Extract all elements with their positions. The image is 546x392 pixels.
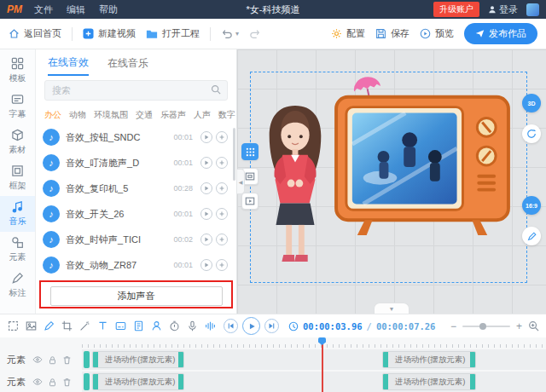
grid-apps-button[interactable] (241, 143, 258, 160)
sidebar-item-element[interactable]: 元素 (0, 232, 35, 268)
tv-graphic[interactable] (329, 77, 515, 239)
eye-icon[interactable] (32, 378, 43, 386)
sidebar-item-template[interactable]: 模板 (0, 53, 35, 89)
timeline-clip[interactable]: 进场动作(摆放元素) (92, 351, 184, 368)
track-lane[interactable]: 进场动作(摆放元素) 进场动作(摆放元素) (82, 372, 546, 392)
timeline-ruler[interactable] (82, 337, 546, 348)
undo-button[interactable]: ▾ (221, 29, 239, 39)
add-sound-button[interactable] (216, 259, 228, 271)
sound-item[interactable]: ♪ 音效_叮清脆声_D 00:01 (36, 150, 236, 176)
login-button[interactable]: 登录 (488, 3, 518, 16)
play-sound-button[interactable] (200, 157, 212, 169)
trash-icon[interactable] (62, 355, 72, 365)
image-icon[interactable] (25, 320, 38, 332)
play-sound-button[interactable] (200, 182, 212, 194)
search-input[interactable] (44, 80, 228, 101)
play-sound-button[interactable] (200, 131, 212, 143)
tab-online-music[interactable]: 在线音乐 (107, 50, 148, 75)
category-voice[interactable]: 人声 (194, 109, 211, 121)
timeline-clip[interactable]: 进场动作(摆放元素) (382, 351, 476, 368)
subtitle-icon[interactable] (114, 320, 127, 332)
menu-file[interactable]: 文件 (34, 3, 53, 16)
category-number[interactable]: 数字 (218, 109, 235, 121)
sidebar-item-material[interactable]: 素材 (0, 124, 35, 160)
lock-icon[interactable] (48, 355, 57, 365)
3d-mode-button[interactable]: 3D (522, 94, 541, 112)
add-voice-button[interactable]: 添加声音 (50, 286, 223, 306)
play-sound-button[interactable] (200, 259, 212, 271)
play-sound-button[interactable] (200, 208, 212, 220)
eye-icon[interactable] (32, 355, 43, 364)
add-sound-button[interactable] (216, 233, 228, 245)
timer-icon[interactable] (168, 320, 181, 332)
timeline-clip[interactable]: 进场动作(摆放元素) (92, 373, 184, 390)
zoom-slider[interactable] (462, 326, 510, 327)
tab-online-sound[interactable]: 在线音效 (48, 49, 89, 76)
sound-item[interactable]: ♪ 音效_复印机_5 00:28 (36, 176, 236, 201)
add-sound-button[interactable] (216, 208, 228, 220)
rotate-button[interactable] (522, 124, 541, 143)
publish-button[interactable]: 发布作品 (464, 23, 537, 44)
presenter-character[interactable] (258, 99, 333, 269)
lock-icon[interactable] (48, 378, 57, 387)
skip-forward-button[interactable] (264, 319, 279, 333)
category-animal[interactable]: 动物 (69, 109, 86, 121)
sound-wave-icon[interactable] (204, 320, 217, 332)
sound-item[interactable]: ♪ 音效_按钮_SNDC 00:01 (36, 124, 236, 150)
script-icon[interactable] (132, 320, 145, 332)
mic-icon[interactable] (186, 320, 199, 332)
sidebar-item-frame[interactable]: 框架 (0, 160, 35, 196)
add-sound-button[interactable] (216, 157, 228, 169)
pencil-icon[interactable] (43, 320, 55, 332)
scrollbar[interactable] (233, 128, 235, 181)
clip-fragment[interactable] (84, 373, 90, 390)
category-traffic[interactable]: 交通 (136, 109, 153, 121)
upgrade-account-button[interactable]: 升级账户 (433, 2, 479, 17)
redo-button[interactable] (249, 29, 261, 39)
preview-button[interactable]: 预览 (420, 27, 454, 40)
category-instrument[interactable]: 乐器声 (160, 109, 186, 121)
wand-icon[interactable] (78, 320, 91, 332)
open-project-button[interactable]: 打开工程 (146, 27, 200, 40)
clip-fragment[interactable] (84, 351, 90, 368)
playhead-line[interactable] (322, 344, 323, 392)
zoom-slider-thumb[interactable] (479, 323, 486, 330)
sound-item[interactable]: ♪ 音效_开关_26 00:01 (36, 201, 236, 227)
text-icon[interactable] (96, 320, 109, 332)
play-button[interactable] (242, 317, 260, 335)
category-ambience[interactable]: 环境氛围 (94, 109, 128, 121)
save-button[interactable]: 保存 (375, 27, 410, 40)
track-lane[interactable]: 进场动作(摆放元素) 进场动作(摆放元素) (82, 349, 546, 370)
new-video-button[interactable]: 新建视频 (83, 27, 136, 40)
select-area-icon[interactable] (7, 320, 20, 332)
play-sound-button[interactable] (200, 233, 212, 245)
sidebar-item-annotation[interactable]: 标注 (0, 268, 35, 303)
canvas-stage[interactable]: 3D 16:9 ◀ ▼ (237, 49, 546, 314)
sidebar-item-music[interactable]: 音乐 (0, 196, 35, 232)
edit-pencil-button[interactable] (522, 227, 541, 245)
trash-icon[interactable] (62, 378, 72, 387)
timeline-clip[interactable]: 进场动作(摆放元素) (382, 373, 476, 390)
sound-item[interactable]: ♪ 音效_时钟声_TICI 00:02 (36, 227, 236, 252)
magnifier-icon[interactable] (528, 320, 539, 331)
character-icon[interactable] (150, 320, 163, 332)
play-frame-button[interactable] (241, 193, 258, 210)
avatar[interactable] (526, 3, 539, 16)
crop-icon[interactable] (61, 320, 73, 332)
zoom-in-icon[interactable]: + (516, 321, 522, 331)
timeline-collapse-handle[interactable]: ▼ (374, 303, 410, 314)
menu-help[interactable]: 帮助 (99, 3, 118, 16)
panel-collapse-handle[interactable]: ◀ (237, 169, 245, 194)
category-office[interactable]: 办公 (44, 109, 61, 121)
music-note-icon: ♪ (43, 154, 60, 171)
back-home-button[interactable]: 返回首页 (9, 27, 61, 40)
skip-back-button[interactable] (224, 319, 238, 333)
add-sound-button[interactable] (216, 182, 228, 194)
aspect-ratio-button[interactable]: 16:9 (522, 196, 541, 215)
sound-item[interactable]: ♪ 音效_动物_ZR87 00:01 (36, 252, 236, 278)
sidebar-item-subtitle[interactable]: 字幕 (0, 89, 35, 124)
add-sound-button[interactable] (216, 131, 228, 143)
config-button[interactable]: 配置 (331, 27, 365, 40)
zoom-out-icon[interactable]: − (450, 321, 456, 331)
menu-edit[interactable]: 编辑 (67, 3, 85, 16)
